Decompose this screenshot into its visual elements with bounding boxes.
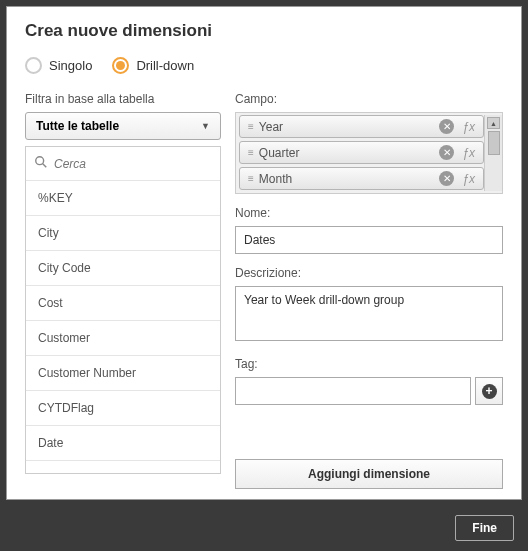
drag-icon: ≡ (248, 121, 253, 132)
list-item[interactable]: GrossSales (26, 461, 220, 474)
drag-icon: ≡ (248, 173, 253, 184)
scrollbar[interactable]: ▲ (484, 115, 502, 191)
remove-icon[interactable]: ✕ (439, 171, 454, 186)
search-row (26, 147, 220, 181)
remove-icon[interactable]: ✕ (439, 145, 454, 160)
descrizione-input[interactable] (235, 286, 503, 341)
radio-single-label: Singolo (49, 58, 92, 73)
aggiungi-dimensione-button[interactable]: Aggiungi dimensione (235, 459, 503, 489)
pill-label: Quarter (259, 146, 439, 160)
field-list: %KEYCityCity CodeCostCustomerCustomer Nu… (25, 146, 221, 474)
list-item[interactable]: CYTDFlag (26, 391, 220, 426)
nome-input[interactable] (235, 226, 503, 254)
dimension-type-group: Singolo Drill-down (25, 57, 503, 74)
radio-icon (25, 57, 42, 74)
table-filter-dropdown[interactable]: Tutte le tabelle ▼ (25, 112, 221, 140)
descrizione-label: Descrizione: (235, 266, 503, 280)
list-item[interactable]: City Code (26, 251, 220, 286)
campo-label: Campo: (235, 92, 503, 106)
scroll-up-icon[interactable]: ▲ (487, 117, 500, 129)
svg-line-1 (43, 163, 47, 167)
pill-label: Year (259, 120, 439, 134)
dialog: Crea nuove dimensioni Singolo Drill-down… (6, 6, 522, 500)
radio-drilldown[interactable]: Drill-down (112, 57, 194, 74)
field-pill[interactable]: ≡Quarter✕ƒx (239, 141, 484, 164)
pill-label: Month (259, 172, 439, 186)
dropdown-value: Tutte le tabelle (36, 119, 119, 133)
search-icon (34, 155, 48, 173)
chevron-down-icon: ▼ (201, 121, 210, 131)
field-pill[interactable]: ≡Year✕ƒx (239, 115, 484, 138)
plus-icon: + (482, 384, 497, 399)
fx-icon[interactable]: ƒx (458, 120, 479, 134)
tag-input[interactable] (235, 377, 471, 405)
field-pill[interactable]: ≡Month✕ƒx (239, 167, 484, 190)
list-item[interactable]: City (26, 216, 220, 251)
tag-label: Tag: (235, 357, 503, 371)
list-item[interactable]: Customer (26, 321, 220, 356)
campo-box: ≡Year✕ƒx≡Quarter✕ƒx≡Month✕ƒx ▲ (235, 112, 503, 194)
fx-icon[interactable]: ƒx (458, 172, 479, 186)
dialog-title: Crea nuove dimensioni (25, 21, 503, 41)
list-item[interactable]: Customer Number (26, 356, 220, 391)
fx-icon[interactable]: ƒx (458, 146, 479, 160)
remove-icon[interactable]: ✕ (439, 119, 454, 134)
radio-drilldown-label: Drill-down (136, 58, 194, 73)
add-tag-button[interactable]: + (475, 377, 503, 405)
nome-label: Nome: (235, 206, 503, 220)
radio-icon (112, 57, 129, 74)
list-item[interactable]: %KEY (26, 181, 220, 216)
filter-label: Filtra in base alla tabella (25, 92, 221, 106)
drag-icon: ≡ (248, 147, 253, 158)
list-item[interactable]: Date (26, 426, 220, 461)
list-item[interactable]: Cost (26, 286, 220, 321)
fine-button[interactable]: Fine (455, 515, 514, 541)
scroll-thumb[interactable] (488, 131, 500, 155)
svg-point-0 (36, 156, 44, 164)
search-input[interactable] (54, 157, 212, 171)
radio-single[interactable]: Singolo (25, 57, 92, 74)
footer: Fine (0, 506, 528, 550)
